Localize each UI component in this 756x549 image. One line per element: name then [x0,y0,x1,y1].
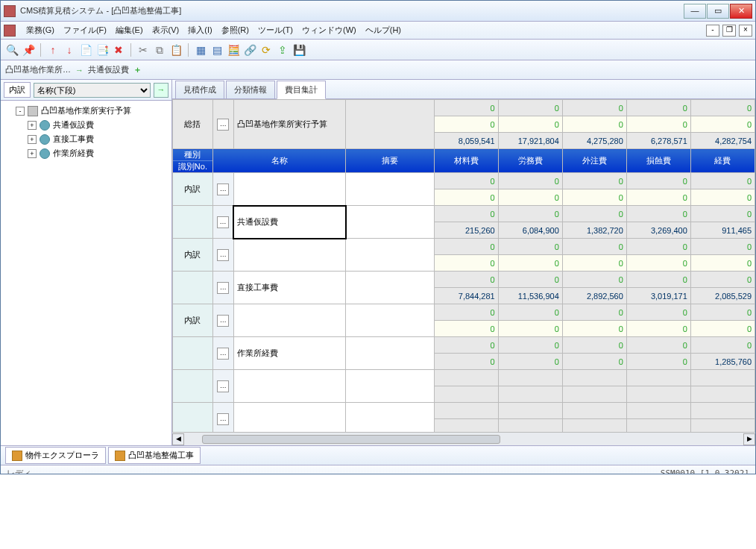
row-menu-button[interactable]: … [217,315,229,327]
breadcrumb-add-button[interactable]: ＋ [133,64,142,75]
tab-bunrui[interactable]: 分類情報 [226,81,275,98]
scroll-left-icon[interactable]: ◀ [172,433,184,445]
bottom-tab-project[interactable]: 凸凹基地整備工事 [108,447,201,464]
node-icon [40,148,50,159]
row-summary-cell[interactable] [346,206,434,239]
row-type-cell[interactable]: 内訳 [173,304,213,337]
scroll-right-icon[interactable]: ▶ [743,433,755,445]
menu-gyoumu[interactable]: 業務(G) [22,22,59,38]
row-name-cell[interactable] [233,370,346,403]
row-name-cell[interactable]: 作業所経費 [233,337,346,370]
arrow-down-red-icon[interactable]: ↓ [63,43,76,57]
menu-tool[interactable]: ツール(T) [253,22,297,38]
row-menu-button[interactable]: … [217,249,229,261]
tree-sort-select[interactable]: 名称(下段) [34,83,151,98]
minimize-button[interactable]: — [684,4,706,19]
row-summary-cell[interactable] [346,272,434,304]
cut-icon[interactable]: ✂ [136,43,150,57]
status-version: SSM0010 [1.0.3202] [661,468,749,474]
calc-icon[interactable]: 🧮 [227,43,240,57]
mdi-system-icon[interactable] [4,25,16,37]
tree-go-button[interactable]: → [154,83,168,98]
row-name-cell[interactable]: 直接工事費 [233,272,346,304]
search-icon[interactable]: 🔍 [5,43,19,57]
menu-help[interactable]: ヘルプ(H) [361,22,406,38]
menu-window[interactable]: ウィンドウ(W) [297,22,361,38]
row-summary-cell[interactable] [346,370,434,403]
node-icon [40,134,50,145]
summary-grid[interactable]: 総括 … 凸凹基地作業所実行予算 0 0 0 0 0 0 0 0 0 0 [172,99,755,432]
recalc-icon[interactable]: ⟳ [259,43,273,57]
row-summary-cell[interactable] [346,239,434,272]
menu-ref[interactable]: 参照(R) [217,22,253,38]
project-icon [115,451,125,461]
col-outsource: 外注費 [562,149,626,173]
menu-edit[interactable]: 編集(E) [111,22,148,38]
tab-mitsumori[interactable]: 見積作成 [175,81,224,98]
row-menu-button[interactable]: … [217,348,229,360]
row-type-cell[interactable]: 内訳 [173,173,213,206]
row-type-cell[interactable] [173,337,213,370]
row-menu-button[interactable]: … [217,183,229,195]
tree-toggle[interactable]: - [16,107,25,116]
paste-icon[interactable]: 📋 [169,43,183,57]
arrow-up-red-icon[interactable]: ↑ [46,43,60,57]
tree-toggle[interactable]: + [28,121,37,130]
breadcrumb-item-2[interactable]: 共通仮設費 [88,64,129,75]
row-menu-button[interactable]: … [217,119,229,131]
row-type-cell[interactable] [173,403,213,433]
save-icon[interactable]: 💾 [292,43,306,57]
horizontal-scrollbar[interactable]: ◀ ▶ [172,432,755,445]
copy-icon[interactable]: ⧉ [153,43,166,57]
row-name-cell[interactable] [233,239,346,272]
row-type-cell[interactable]: 内訳 [173,239,213,272]
row-menu-button[interactable]: … [217,413,229,425]
row-type-cell[interactable] [173,272,213,304]
row-summary-cell[interactable] [346,337,434,370]
tree-item[interactable]: 直接工事費 [53,134,94,145]
delete-icon[interactable]: ✖ [112,43,125,57]
link-icon[interactable]: 🔗 [243,43,256,57]
tree-toggle[interactable]: + [28,149,37,158]
mdi-minimize[interactable]: - [706,25,719,37]
row-menu-button[interactable]: … [217,216,229,228]
row-summary-cell[interactable] [346,304,434,337]
doc-insert-icon[interactable]: 📑 [95,43,109,57]
row-name-cell[interactable]: 共通仮設費 [233,206,346,239]
row-name-cell[interactable] [233,173,346,206]
props-icon[interactable]: ▦ [194,43,207,57]
tree-item[interactable]: 共通仮設費 [53,119,94,131]
row-menu-button[interactable]: … [217,282,229,294]
pin-icon[interactable]: 📌 [22,43,35,57]
grid-panel: 見積作成 分類情報 費目集計 総括 … 凸凹基地作業所実行予算 0 0 0 [172,80,755,445]
titlebar: CMS積算見積システム - [凸凹基地整備工事] — ▭ ✕ [1,1,755,22]
row-type-cell[interactable] [173,370,213,403]
doc-add-icon[interactable]: 📄 [79,43,92,57]
scroll-thumb[interactable] [202,435,500,444]
close-button[interactable]: ✕ [730,4,752,19]
col-expense: 経費 [690,149,755,173]
tree-toggle[interactable]: + [28,135,37,144]
maximize-button[interactable]: ▭ [707,4,729,19]
row-menu-button[interactable]: … [217,380,229,392]
tree-root[interactable]: 凸凹基地作業所実行予算 [41,105,131,116]
app-icon [4,5,16,17]
menu-file[interactable]: ファイル(F) [59,22,111,38]
tree[interactable]: - 凸凹基地作業所実行予算 +共通仮設費 +直接工事費 +作業所経費 [1,101,171,445]
row-name-cell[interactable] [233,304,346,337]
bottom-tab-explorer[interactable]: 物件エクスプローラ [5,447,106,464]
sheet-icon[interactable]: ▤ [210,43,224,57]
status-text: レディ [7,468,31,474]
mdi-close[interactable]: × [739,25,752,37]
menu-insert[interactable]: 挿入(I) [183,22,216,38]
menu-view[interactable]: 表示(V) [148,22,184,38]
row-summary-cell[interactable] [346,403,434,433]
row-type-cell[interactable] [173,206,213,239]
tree-item[interactable]: 作業所経費 [53,148,94,159]
row-name-cell[interactable] [233,403,346,433]
row-summary-cell[interactable] [346,173,434,206]
export-icon[interactable]: ⇪ [276,43,289,57]
tab-himoku[interactable]: 費目集計 [277,81,326,99]
breadcrumb-item-1[interactable]: 凸凹基地作業所… [5,64,71,75]
mdi-restore[interactable]: ❐ [722,25,736,37]
